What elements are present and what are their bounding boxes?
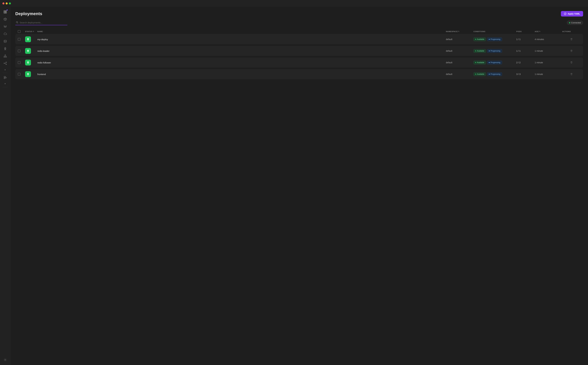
deployment-namespace: default	[446, 61, 473, 64]
row-checkbox[interactable]	[18, 38, 25, 41]
condition-available: Available	[473, 37, 486, 41]
condition-progressing: Progressing	[487, 61, 502, 64]
page-header: Deployments Apply YAML	[15, 11, 583, 16]
sidebar-item-settings[interactable]	[2, 357, 8, 363]
row-select-checkbox[interactable]	[18, 49, 21, 52]
progressing-dot	[489, 50, 490, 51]
deployment-pods: 1 / 1	[516, 38, 535, 41]
th-age: AGE ⇅	[535, 31, 562, 32]
condition-available: Available	[473, 61, 486, 64]
svg-rect-8	[6, 57, 7, 57]
table-row[interactable]: my-deploy default Available Progressing …	[15, 34, 583, 44]
th-name: NAME ↑	[37, 31, 446, 32]
row-select-checkbox[interactable]	[18, 38, 21, 41]
svg-point-4	[4, 40, 7, 41]
deployments-table: STATUS ⇅ NAME ↑ NAMESPACE ⇅ CONDITIONS P…	[15, 29, 583, 81]
th-pods: PODS	[516, 31, 535, 32]
deployment-namespace: default	[446, 50, 473, 52]
sidebar-item-grid[interactable]	[2, 8, 8, 15]
main-content: Deployments Apply YAML	[10, 7, 588, 365]
sidebar-item-cloud[interactable]	[2, 31, 8, 37]
svg-rect-3	[5, 12, 7, 13]
namespace-sort-icon[interactable]: ⇅	[458, 31, 459, 32]
delete-deployment-button[interactable]	[562, 72, 581, 77]
sidebar-notification-dot	[7, 9, 8, 11]
row-select-checkbox[interactable]	[18, 73, 21, 76]
progressing-dot	[489, 74, 490, 75]
table-header: STATUS ⇅ NAME ↑ NAMESPACE ⇅ CONDITIONS P…	[15, 29, 583, 34]
deployment-age: 1 minute	[535, 73, 562, 75]
connected-label: Connected	[571, 21, 581, 24]
page-title: Deployments	[15, 11, 42, 16]
svg-point-5	[5, 48, 6, 49]
sidebar-collapse-button[interactable]: ▲	[2, 67, 8, 71]
close-button[interactable]	[2, 2, 4, 4]
th-namespace: NAMESPACE ⇅	[446, 31, 473, 32]
svg-point-13	[5, 359, 6, 360]
progressing-dot	[489, 62, 490, 63]
delete-deployment-button[interactable]	[562, 49, 581, 53]
deployment-status-icon	[25, 71, 31, 77]
deployment-status-icon	[25, 48, 31, 54]
sidebar-item-plugins[interactable]	[2, 74, 8, 81]
sidebar-item-connect[interactable]	[2, 60, 8, 67]
yaml-icon	[564, 13, 566, 15]
row-checkbox[interactable]	[18, 73, 25, 76]
available-dot	[475, 50, 476, 51]
select-all-checkbox[interactable]	[18, 30, 21, 33]
sidebar-item-database[interactable]	[2, 38, 8, 45]
titlebar	[0, 0, 588, 7]
table-row[interactable]: redis-follower default Available Progres…	[15, 57, 583, 68]
deployment-status-icon	[25, 36, 31, 42]
search-icon	[16, 21, 18, 24]
sidebar-item-network[interactable]	[2, 53, 8, 59]
th-conditions: CONDITIONS	[473, 31, 516, 32]
deployment-namespace: default	[446, 73, 473, 75]
deployment-status-icon	[25, 60, 31, 65]
deployment-pods: 3 / 3	[516, 73, 535, 75]
svg-rect-1	[5, 11, 7, 12]
sidebar: ▲ ▼	[0, 7, 10, 365]
search-input[interactable]	[20, 21, 63, 24]
deployment-namespace: default	[446, 38, 473, 41]
search-wrapper	[15, 20, 67, 25]
row-checkbox[interactable]	[18, 49, 25, 52]
status-sort-icon[interactable]: ⇅	[33, 31, 34, 32]
delete-deployment-button[interactable]	[562, 37, 581, 42]
sidebar-divider-2	[3, 87, 8, 87]
th-checkbox	[18, 30, 25, 33]
progressing-dot	[489, 39, 490, 40]
th-actions: ACTIONS	[562, 31, 581, 32]
th-status: STATUS ⇅	[25, 31, 37, 32]
row-select-checkbox[interactable]	[18, 61, 21, 64]
connected-badge: Connected	[567, 21, 583, 25]
apply-yaml-button[interactable]: Apply YAML	[561, 11, 583, 16]
row-checkbox[interactable]	[18, 61, 25, 64]
svg-rect-0	[4, 11, 5, 12]
sidebar-item-layers[interactable]	[2, 23, 8, 30]
maximize-button[interactable]	[9, 2, 11, 4]
name-sort-icon[interactable]: ↑	[43, 31, 44, 32]
deployment-pods: 1 / 1	[516, 50, 535, 52]
delete-deployment-button[interactable]	[562, 60, 581, 65]
table-row[interactable]: frontend default Available Progressing 3…	[15, 69, 583, 79]
svg-rect-9	[5, 57, 6, 57]
deployment-name: my-deploy	[37, 38, 446, 41]
connection-status-dot	[569, 22, 570, 23]
deployment-age: 1 minute	[535, 61, 562, 64]
sidebar-item-cube[interactable]	[2, 16, 8, 23]
minimize-button[interactable]	[6, 2, 8, 4]
deployment-conditions: Available Progressing	[473, 61, 516, 64]
available-dot	[475, 74, 476, 75]
sidebar-expand-button[interactable]: ▼	[2, 82, 8, 86]
table-row[interactable]: redis-leader default Available Progressi…	[15, 46, 583, 56]
condition-progressing: Progressing	[487, 37, 502, 41]
deployment-age: 4 minutes	[535, 38, 562, 41]
deployment-name: redis-leader	[37, 50, 446, 52]
age-sort-icon[interactable]: ⇅	[539, 31, 541, 32]
svg-rect-7	[4, 57, 4, 57]
sidebar-item-rocket[interactable]	[2, 45, 8, 52]
deployment-name: frontend	[37, 73, 446, 76]
svg-rect-6	[5, 55, 6, 55]
deployment-conditions: Available Progressing	[473, 72, 516, 76]
